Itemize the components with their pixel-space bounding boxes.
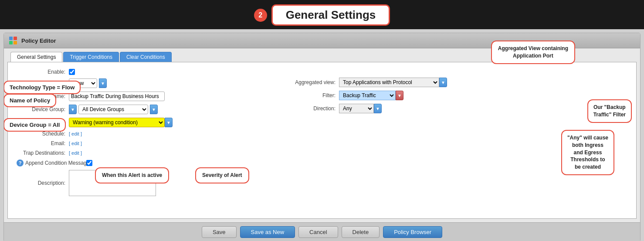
tab-general-settings[interactable]: General Settings: [10, 52, 62, 62]
trap-label: Trap Destinations:: [17, 150, 69, 156]
filter-row: Filter: Backup Traffic ▼: [278, 91, 627, 100]
callout-name-policy: Name of Policy: [3, 94, 56, 107]
callout-aggregated-view: Aggregated View containingApplication Po…: [491, 41, 575, 64]
main-content: Policy Editor General Settings Trigger C…: [0, 29, 644, 241]
bottom-bar: Save Save as New Cancel Delete Policy Br…: [4, 222, 640, 241]
panel-title: Policy Editor: [21, 37, 56, 44]
policy-browser-button[interactable]: Policy Browser: [383, 226, 442, 238]
append-checkbox[interactable]: [86, 160, 92, 166]
direction-select[interactable]: Any Ingress Egress: [339, 104, 374, 113]
enable-checkbox[interactable]: [69, 69, 75, 75]
filter-label: Filter:: [278, 92, 339, 98]
filter-select[interactable]: Backup Traffic: [339, 91, 396, 100]
direction-row: Direction: Any Ingress Egress ▼: [278, 104, 627, 113]
enable-row: Enable:: [17, 69, 261, 75]
panel-icon: [8, 36, 18, 45]
trap-edit-link[interactable]: [ edit ]: [69, 150, 82, 156]
callout-severity: Severity of Alert: [195, 167, 249, 183]
policy-editor-panel: Policy Editor General Settings Trigger C…: [3, 33, 641, 241]
page-title: General Settings: [271, 4, 390, 26]
callout-when-active: When this Alert is active: [95, 167, 169, 183]
append-label: Append Condition Message:: [25, 160, 86, 166]
device-group-left-arrow[interactable]: ▼: [69, 105, 77, 114]
device-group-right-arrow[interactable]: ▼: [150, 105, 158, 114]
email-row: Email: [ edit ]: [17, 140, 261, 146]
description-label: Description:: [17, 180, 69, 186]
top-header: 2 General Settings: [0, 0, 644, 29]
schedule-edit-link[interactable]: [ edit ]: [69, 131, 82, 136]
aggregated-view-arrow[interactable]: ▼: [439, 78, 447, 87]
device-group-label: Device Group:: [17, 106, 69, 112]
aggregated-view-label: Aggregated view:: [278, 79, 339, 85]
name-input[interactable]: [69, 92, 165, 101]
form-area: Technology Type = Flow Name of Policy De…: [7, 62, 637, 219]
aggregated-view-row: Aggregated view: Top Applications with P…: [278, 78, 627, 87]
email-edit-link[interactable]: [ edit ]: [69, 141, 82, 146]
device-group-control: ▼ All Device Groups ▼: [69, 105, 158, 114]
callout-any-direction: "Any" will causeboth Ingressand EgressTh…: [561, 130, 614, 175]
callout-backup-filter: Our "BackupTraffic" Filter: [587, 99, 632, 123]
svg-rect-2: [9, 41, 13, 44]
schedule-label: Schedule:: [17, 131, 69, 137]
help-icon[interactable]: ?: [17, 160, 24, 166]
tab-clear-conditions[interactable]: Clear Conditions: [120, 52, 172, 62]
save-as-new-button[interactable]: Save as New: [240, 226, 295, 238]
delete-button[interactable]: Delete: [342, 226, 380, 238]
device-group-select[interactable]: All Device Groups: [78, 105, 148, 114]
form-right: Aggregated View containingApplication Po…: [269, 69, 627, 200]
direction-arrow[interactable]: ▼: [374, 104, 382, 113]
aggregated-view-select[interactable]: Top Applications with Protocol: [339, 78, 439, 87]
svg-rect-3: [14, 41, 17, 44]
svg-rect-0: [9, 37, 13, 40]
schedule-row: Schedule: [ edit ]: [17, 131, 261, 137]
callout-tech-type: Technology Type = Flow: [3, 81, 81, 94]
technology-type-arrow[interactable]: ▼: [99, 78, 107, 88]
severity-select[interactable]: Warning (warning condition) Critical (cr…: [69, 118, 165, 127]
severity-arrow[interactable]: ▼: [165, 118, 173, 127]
filter-arrow[interactable]: ▼: [396, 91, 403, 100]
direction-label: Direction:: [278, 105, 339, 112]
step-badge: 2: [254, 9, 267, 22]
callout-device-group: Device Group = All: [3, 118, 66, 132]
cancel-button[interactable]: Cancel: [298, 226, 338, 238]
save-button[interactable]: Save: [202, 226, 237, 238]
enable-label: Enable:: [17, 69, 69, 75]
trap-row: Trap Destinations: [ edit ]: [17, 150, 261, 156]
email-label: Email:: [17, 140, 69, 146]
tab-trigger-conditions[interactable]: Trigger Conditions: [63, 52, 119, 62]
append-row: ? Append Condition Message:: [17, 160, 261, 166]
svg-rect-1: [14, 37, 17, 40]
